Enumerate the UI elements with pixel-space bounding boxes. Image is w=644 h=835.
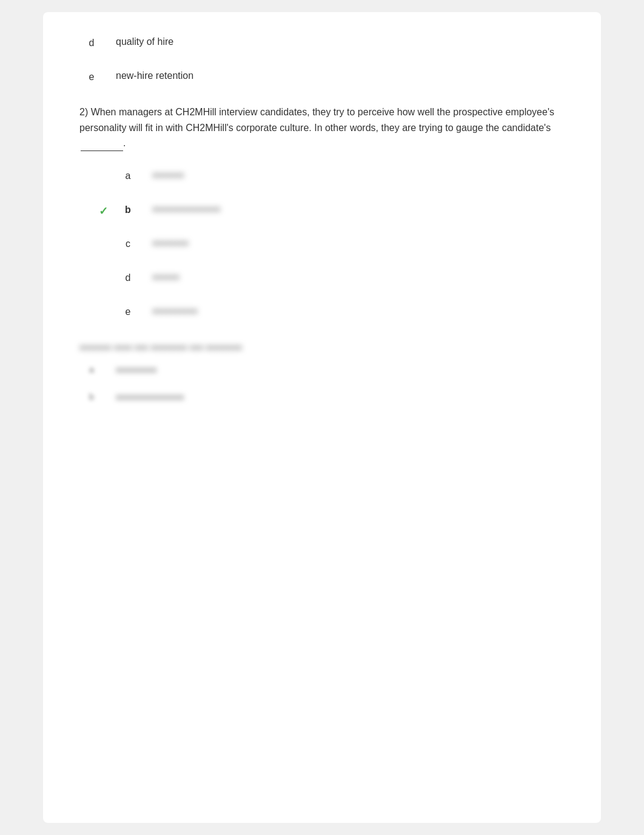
q2-option-e-letter: e [116, 306, 140, 317]
q2-option-b-text: xxxxxxxxxxxxxxx [152, 203, 221, 214]
question2-options: a xxxxxxx ✓ b xxxxxxxxxxxxxxx c xxxxxxxx… [79, 169, 565, 317]
q2-option-a-letter: a [116, 171, 140, 181]
q2-option-c-text: xxxxxxxx [152, 237, 189, 248]
q2-option-e-text: xxxxxxxxxx [152, 305, 198, 316]
question2-body: When managers at CH2MHill interview cand… [79, 107, 554, 133]
question2-blank [81, 150, 123, 151]
question2-block: 2) When managers at CH2MHill interview c… [79, 104, 565, 317]
blurred-section: xxxxxxx xxxx xxx xxxxxxxx xxx xxxxxxxx a… [79, 342, 565, 402]
question2-number: 2) [79, 107, 91, 117]
q2-option-d-text: xxxxxx [152, 271, 179, 282]
option-e-text: new-hire retention [116, 70, 193, 81]
q2-option-e-row: e xxxxxxxxxx [116, 305, 565, 317]
option-d-letter: d [79, 38, 104, 49]
q2-option-c-row: c xxxxxxxx [116, 237, 565, 249]
q2-option-a-row: a xxxxxxx [116, 169, 565, 181]
blurred-sub-b-row: b xxxxxxxxxxxxxxx [79, 391, 565, 402]
blurred-sub-b-letter: b [79, 391, 104, 402]
page-container: d quality of hire e new-hire retention 2… [43, 12, 601, 823]
blurred-sub-a-row: a xxxxxxxxx [79, 364, 565, 374]
q2-option-d-letter: d [116, 272, 140, 283]
option-e-row: e new-hire retention [79, 70, 565, 83]
correct-checkmark-icon: ✓ [99, 205, 108, 218]
question2-period: . [123, 138, 126, 148]
option-d-text: quality of hire [116, 36, 173, 47]
q2-option-d-row: d xxxxxx [116, 271, 565, 283]
blurred-sub-a-letter: a [79, 364, 104, 374]
q2-option-b-row: ✓ b xxxxxxxxxxxxxxx [116, 203, 565, 215]
question2-text: 2) When managers at CH2MHill interview c… [79, 104, 565, 151]
blurred-sub-b-text: xxxxxxxxxxxxxxx [116, 391, 184, 402]
q2-option-c-letter: c [116, 238, 140, 249]
q2-option-a-text: xxxxxxx [152, 169, 184, 180]
question1-options: d quality of hire e new-hire retention [79, 36, 565, 83]
option-e-letter: e [79, 72, 104, 83]
blurred-sub-a-text: xxxxxxxxx [116, 364, 157, 374]
q2-option-b-letter: b [116, 205, 140, 215]
option-d-row: d quality of hire [79, 36, 565, 49]
blurred-section-label: xxxxxxx xxxx xxx xxxxxxxx xxx xxxxxxxx [79, 342, 565, 352]
